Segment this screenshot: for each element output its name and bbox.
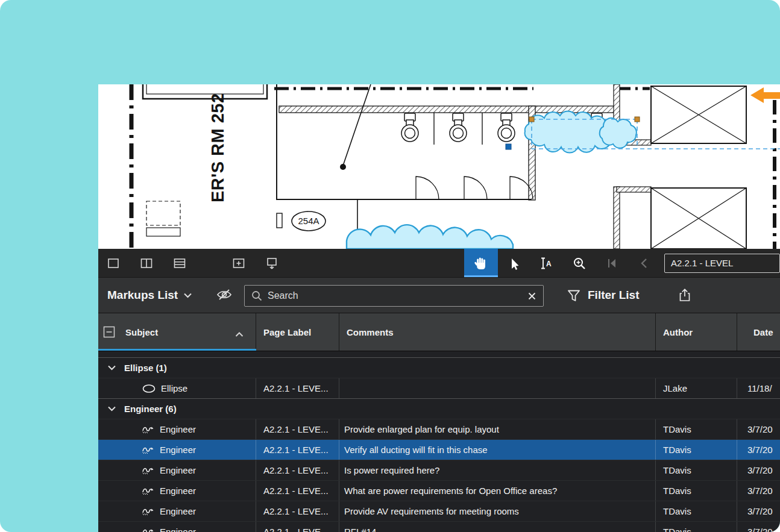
room-tag-label: 254A	[298, 216, 319, 226]
engineer-markup-icon	[142, 527, 155, 532]
chevron-down-icon	[108, 365, 116, 371]
funnel-icon	[567, 289, 580, 302]
eye-slash-icon	[216, 288, 232, 301]
engineer-markup-icon	[142, 486, 155, 496]
panel-layout-tools	[98, 255, 280, 271]
column-header-author[interactable]: Author	[656, 313, 737, 351]
svg-text:A: A	[546, 260, 552, 268]
markups-list-title: Markups List	[107, 289, 178, 302]
search-icon	[251, 290, 263, 302]
chevron-down-icon	[184, 293, 192, 298]
navigation-tools: A	[464, 249, 780, 277]
cursor-icon	[507, 256, 521, 271]
search-box	[244, 285, 544, 307]
previous-page-icon	[637, 256, 652, 271]
group-row-ellipse[interactable]: Ellipse (1)	[98, 357, 780, 378]
hand-icon	[473, 255, 489, 271]
close-icon	[528, 292, 536, 300]
chevron-down-icon	[108, 406, 116, 412]
first-page-icon	[605, 256, 619, 271]
select-text-button[interactable]: A	[530, 249, 563, 277]
table-row[interactable]: Engineer A2.2.1 - LEVE... Provide AV req…	[98, 501, 780, 521]
sort-ascending-icon	[235, 329, 244, 339]
split-horizontal-icon[interactable]	[172, 255, 187, 271]
revu-app-window: 254A ER'S RM 252	[98, 84, 780, 532]
single-pane-icon[interactable]	[105, 255, 121, 271]
group-row-engineer[interactable]: Engineer (6)	[98, 398, 780, 419]
table-row[interactable]: Engineer A2.2.1 - LEVE... What are power…	[98, 480, 780, 501]
table-row[interactable]: Engineer A2.2.1 - LEVE... Provide enlarg…	[98, 419, 780, 439]
column-header-page-label[interactable]: Page Label	[256, 313, 339, 351]
column-header-subject[interactable]: Subject	[98, 313, 256, 351]
page-label-value: A2.2.1 - LEVEL	[671, 258, 733, 268]
zoom-icon	[572, 256, 587, 271]
markups-list-bar: Markups List	[98, 277, 780, 313]
ellipse-markup-icon	[142, 384, 156, 393]
table-row[interactable]: Engineer A2.2.1 - LEVE... RFI #14 TDavis…	[98, 521, 780, 532]
pan-tool-button[interactable]	[464, 249, 498, 277]
markups-list-menu[interactable]: Markups List	[107, 278, 192, 313]
page-label-dropdown[interactable]: A2.2.1 - LEVEL	[664, 254, 780, 273]
engineer-markup-icon	[142, 506, 155, 517]
viewer-toolbar: A	[98, 249, 780, 277]
export-summary-button[interactable]	[678, 288, 691, 305]
page-setup-icon[interactable]	[264, 255, 280, 271]
table-row-selected[interactable]: Engineer A2.2.1 - LEVE... Verify all duc…	[98, 439, 780, 460]
zoom-tool-button[interactable]	[563, 249, 596, 277]
table-row[interactable]: Ellipse A2.2.1 - LEVE... JLake 11/18/	[98, 378, 780, 398]
split-vertical-icon[interactable]	[139, 255, 154, 271]
engineer-markup-icon	[142, 445, 155, 455]
screenshot-frame: 254A ER'S RM 252	[0, 0, 780, 532]
floor-plan-drawing: 254A ER'S RM 252	[98, 84, 780, 249]
filter-list-label: Filter List	[588, 289, 640, 302]
markups-table-body: Ellipse (1) Ellipse A2.2.1 - LEVE... JLa…	[98, 351, 780, 532]
select-tool-button[interactable]	[498, 249, 530, 277]
markups-table-header: Subject Page Label Comments Author Date	[98, 313, 780, 351]
previous-page-button[interactable]	[628, 249, 661, 277]
column-header-comments[interactable]: Comments	[339, 313, 656, 351]
sorted-column-indicator	[98, 349, 256, 351]
clear-search-button[interactable]	[528, 292, 536, 300]
hide-markups-button[interactable]	[216, 288, 232, 304]
filter-list-button[interactable]: Filter List	[567, 278, 640, 313]
engineer-markup-icon	[142, 465, 155, 476]
new-split-view-icon[interactable]	[231, 255, 247, 271]
room-tag-254a: 254A	[292, 211, 326, 231]
first-page-button[interactable]	[596, 249, 628, 277]
column-header-date[interactable]: Date	[737, 313, 780, 351]
engineer-markup-icon	[142, 424, 155, 435]
share-icon	[678, 288, 691, 302]
pdf-canvas[interactable]: 254A ER'S RM 252	[98, 84, 780, 249]
room-name-label: ER'S RM 252	[208, 93, 227, 202]
search-input[interactable]	[263, 290, 528, 301]
table-row[interactable]: Engineer A2.2.1 - LEVE... Is power requi…	[98, 460, 780, 480]
text-select-icon: A	[539, 256, 555, 271]
